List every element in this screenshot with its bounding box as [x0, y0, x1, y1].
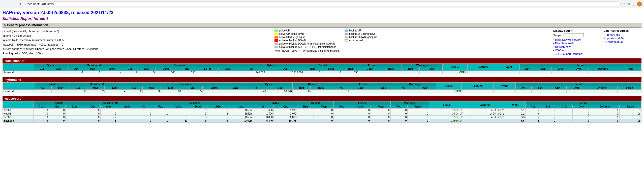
- updates-link[interactable]: Updates (v2.5): [605, 37, 624, 40]
- refresh-now-link[interactable]: Refresh now: [555, 45, 571, 48]
- online-manual-link[interactable]: Online manual: [605, 40, 623, 43]
- sm-sess-max: 5: [138, 71, 156, 74]
- legend-item-backup-up-going-down: backup UP, going down: [345, 32, 377, 35]
- server-row: web02000201331h50m1 7263 070000001h50m U…: [3, 112, 641, 116]
- ws-col-group-server: Server: [526, 101, 641, 105]
- info-line5: current conns = 2; current pipes = 0/0; …: [3, 47, 98, 51]
- col-denied-resp: Resp: [321, 67, 342, 71]
- external-resource-online-manual: • Online manual: [604, 40, 641, 43]
- display-options-panel: Display option: Scope : • Hide 'DOWN' se…: [553, 29, 599, 56]
- col-status: Status: [442, 64, 467, 71]
- legend-color-active-up: [274, 29, 278, 32]
- address-bar[interactable]: [24, 1, 621, 7]
- mf-label: Frontend: [3, 90, 35, 93]
- col-bck: Bck: [535, 67, 552, 71]
- display-option-disable-refresh: • Disable refresh: [553, 42, 599, 45]
- mf-col-group-sessions: Sessions: [126, 83, 245, 86]
- sm-errors-resp: [381, 71, 402, 74]
- legend-left: active UP active UP, going down active D…: [274, 29, 340, 56]
- col-dwntme: Dwntme: [588, 67, 618, 71]
- legend-item-active-down-going-up: active DOWN, going up: [274, 36, 340, 39]
- scope-input[interactable]: [564, 33, 584, 37]
- sm-sr-max: 2: [84, 71, 101, 74]
- legend-item-backup-down-going-up: backup DOWN, going up: [345, 36, 377, 39]
- external-resources-title: External resources:: [604, 29, 641, 32]
- general-info-layout: pid = 8 (process #1, nbproc = 1, nbthrea…: [3, 29, 641, 56]
- sm-sess-last: [219, 71, 237, 74]
- right-panels: Display option: Scope : • Hide 'DOWN' se…: [553, 29, 641, 56]
- sm-sess-total: 355: [176, 71, 196, 74]
- sm-errors-conn: [359, 71, 381, 74]
- external-resource-updates: • Updates (v2.5): [604, 37, 641, 40]
- col-sr-limit: Limit: [101, 67, 122, 71]
- display-option-csv-export: • CSV export: [553, 49, 599, 52]
- ws-col-group-session-rate: Session rate: [85, 101, 137, 105]
- sm-dwn: [569, 71, 588, 74]
- ws-col-status: Status: [429, 101, 464, 109]
- scope-row: Scope :: [553, 33, 599, 37]
- backend-row: Backend00030150991h50m5 34010 378000001h…: [3, 119, 641, 123]
- frontend-label: Frontend: [3, 71, 34, 74]
- primary-site-link[interactable]: Primary site: [605, 33, 620, 36]
- legend-color-active-up-going-down: [274, 33, 278, 35]
- col-sess-max: Max: [138, 67, 156, 71]
- info-line3: system limits: memmax = unlimited; ulimi…: [3, 38, 98, 43]
- account-icon: E: [637, 2, 642, 7]
- mf-col-group-server: Server: [515, 83, 641, 86]
- info-line6: Running tasks: 0/30; idle = 100 %: [3, 51, 98, 56]
- legend-note: Note: "NOLB"/"DRAIN" = UP with load-bala…: [274, 49, 340, 52]
- col-group-session-rate: Session rate: [68, 64, 122, 67]
- col-errors-conn: Conn: [359, 67, 381, 71]
- legend-color-backup-down-going-up: [345, 36, 348, 39]
- col-sess-last: Last: [219, 67, 237, 71]
- disable-refresh-link[interactable]: Disable refresh: [555, 42, 574, 45]
- mf-col-group-queue: Queue: [35, 83, 70, 86]
- sm-bytes-in: 449 653: [237, 71, 266, 74]
- sm-sess-limit: 500: [156, 71, 176, 74]
- external-resource-primary-site: • Primary site: [604, 33, 641, 36]
- forward-button[interactable]: →: [10, 2, 15, 7]
- back-button[interactable]: ←: [2, 2, 8, 7]
- col-bytes-in: In: [237, 67, 266, 71]
- legend-item-not-checked: not checked: [345, 39, 377, 42]
- col-sess-total: Total: [176, 67, 196, 71]
- sm-sess-cur: 2: [122, 71, 138, 74]
- col-queue-cur: Cur: [34, 67, 50, 71]
- sm-lastchk: [467, 71, 498, 74]
- reload-button[interactable]: ↻: [17, 2, 22, 7]
- display-options-title: Display option:: [553, 29, 599, 32]
- col-act: Act: [519, 67, 535, 71]
- legend-item-backup-up: backup UP: [345, 29, 377, 32]
- ws-col-group-denied: Denied: [297, 101, 334, 105]
- ws-col-wght: Wght: [505, 101, 525, 109]
- browser-icons: ☆ ✥ ⋮ E: [623, 2, 642, 7]
- json-export-link[interactable]: JSON export (schema): [555, 52, 583, 55]
- sm-act: [519, 71, 535, 74]
- stats-monitor-frontend-row: Frontend 0 2 - 2 5 500 355 449 653 16 91…: [3, 71, 641, 74]
- sm-warn-retr: [402, 71, 419, 74]
- myfrontend-table: Queue Session rate Sessions Bytes Denied…: [3, 82, 641, 93]
- col-errors-req: Req: [342, 67, 359, 71]
- general-info-text: pid = 8 (process #1, nbproc = 1, nbthrea…: [3, 29, 98, 56]
- sm-sr-limit: -: [101, 71, 122, 74]
- legend-item-active-up: active UP: [274, 29, 340, 32]
- mf-col-group-bytes: Bytes: [245, 83, 293, 86]
- col-sr-cur: Cur: [68, 67, 84, 71]
- webservers-header: webservers: [3, 96, 641, 101]
- col-group-warnings: Warnings: [402, 64, 442, 67]
- col-sess-lbtot: LbTot: [196, 67, 219, 71]
- hide-down-link[interactable]: Hide 'DOWN' servers: [555, 38, 581, 41]
- col-bytes-out: Out: [266, 67, 304, 71]
- external-resources-list: • Primary site • Updates (v2.5) • Online…: [604, 33, 641, 43]
- col-sr-max: Max: [84, 67, 101, 71]
- sm-bytes-out: 16 918 320: [266, 71, 304, 74]
- sm-errors-req: 353: [342, 71, 359, 74]
- sm-denied-resp: 0: [321, 71, 342, 74]
- sm-queue-cur: [34, 71, 50, 74]
- display-option-json-export: • JSON export (schema): [553, 52, 599, 55]
- menu-icon: ⋮: [632, 2, 635, 6]
- sm-sess-lbtot: [196, 71, 219, 74]
- csv-export-link[interactable]: CSV export: [555, 49, 569, 52]
- col-denied-req: Req: [304, 67, 321, 71]
- server-row: web01000001111h50m6061 218000001h50m UPL…: [3, 109, 641, 112]
